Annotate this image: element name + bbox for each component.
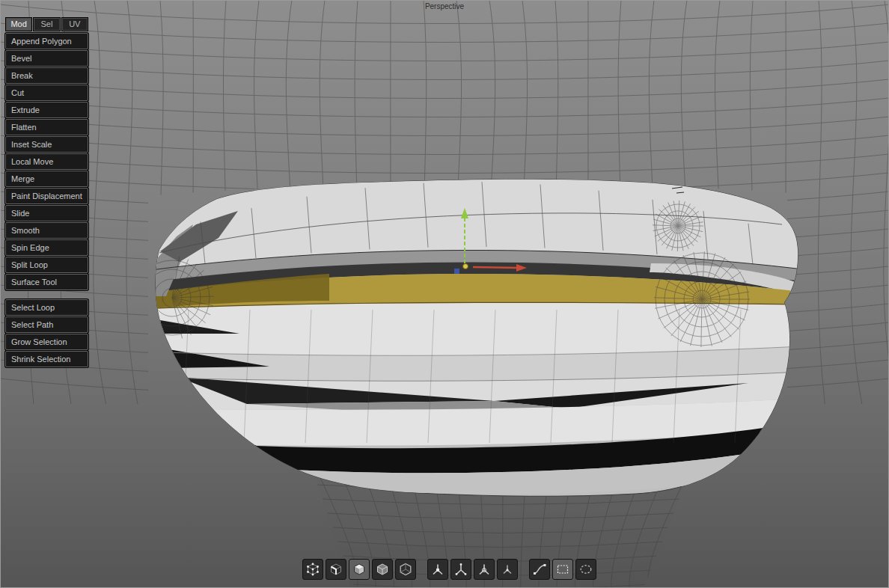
falloff-curve-icon (532, 562, 547, 577)
action-center-auto-button[interactable] (427, 559, 448, 580)
tool-select-path[interactable]: Select Path (5, 316, 88, 333)
action-center-origin-icon (500, 562, 515, 577)
model-mid-band-1 (135, 303, 816, 355)
edges-mode-button[interactable] (326, 559, 346, 580)
items-mode-button[interactable] (372, 559, 393, 580)
vertices-mode-icon (305, 562, 320, 577)
vertices-mode-button[interactable] (302, 559, 323, 580)
ellipse-marquee-button[interactable] (575, 559, 596, 580)
tool-surface-tool[interactable]: Surface Tool (5, 274, 88, 290)
polygons-mode-button[interactable] (349, 559, 370, 580)
gizmo-center[interactable] (463, 264, 468, 269)
tool-append-polygon[interactable]: Append Polygon (5, 33, 88, 49)
tool-panel-tabs: Mod Sel UV (5, 17, 88, 31)
gizmo-x-axis[interactable] (473, 267, 518, 268)
tool-slide[interactable]: Slide (5, 205, 88, 221)
tool-group-separator (5, 290, 88, 298)
tool-cut[interactable]: Cut (5, 85, 88, 101)
tool-spin-edge[interactable]: Spin Edge (5, 239, 88, 256)
action-center-selection-icon (453, 562, 468, 577)
tool-local-move[interactable]: Local Move (5, 153, 88, 170)
action-center-element-icon (477, 562, 492, 577)
tool-paint-displacement[interactable]: Paint Displacement (5, 188, 88, 204)
viewport-3d[interactable] (0, 0, 889, 588)
tool-grow-selection[interactable]: Grow Selection (5, 334, 88, 350)
tool-panel: Mod Sel UV Append Polygon Bevel Break Cu… (5, 17, 88, 367)
action-center-group (427, 559, 518, 580)
ellipse-marquee-icon (578, 562, 593, 577)
materials-mode-button[interactable] (395, 559, 416, 580)
tool-bevel[interactable]: Bevel (5, 50, 88, 67)
component-mode-group (302, 559, 416, 580)
action-center-origin-button[interactable] (497, 559, 518, 580)
tool-split-loop[interactable]: Split Loop (5, 257, 88, 273)
tool-extrude[interactable]: Extrude (5, 102, 88, 118)
tab-uv[interactable]: UV (61, 17, 88, 31)
gizmo-z-handle[interactable] (454, 269, 459, 274)
polygons-mode-icon (352, 562, 367, 577)
tool-break[interactable]: Break (5, 67, 88, 84)
viewport-bottom-toolbar (302, 559, 596, 580)
rectangle-marquee-button[interactable] (552, 559, 573, 580)
materials-mode-icon (398, 562, 413, 577)
tool-select-loop[interactable]: Select Loop (5, 299, 88, 316)
action-center-selection-button[interactable] (450, 559, 471, 580)
items-mode-icon (375, 562, 390, 577)
falloff-group (529, 559, 596, 580)
rectangle-marquee-icon (555, 562, 570, 577)
tab-mod[interactable]: Mod (5, 17, 32, 31)
action-center-auto-icon (430, 562, 445, 577)
tool-inset-scale[interactable]: Inset Scale (5, 136, 88, 153)
edges-mode-icon (329, 562, 343, 577)
action-center-element-button[interactable] (474, 559, 495, 580)
tab-sel[interactable]: Sel (33, 17, 60, 31)
tool-shrink-selection[interactable]: Shrink Selection (5, 351, 88, 367)
tool-smooth[interactable]: Smooth (5, 222, 88, 239)
tool-flatten[interactable]: Flatten (5, 119, 88, 135)
falloff-curve-button[interactable] (529, 559, 550, 580)
viewport-label: Perspective (0, 2, 889, 10)
tool-merge[interactable]: Merge (5, 171, 88, 187)
